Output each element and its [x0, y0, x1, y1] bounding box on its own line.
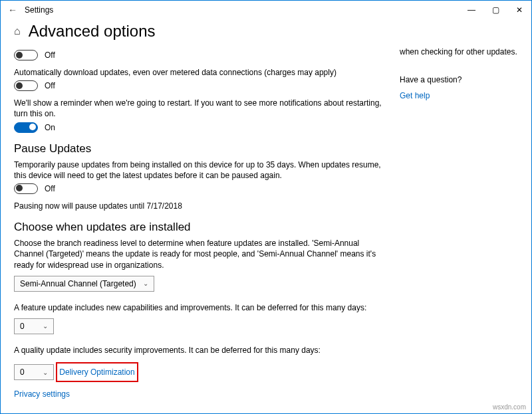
pause-heading: Pause Updates: [14, 142, 386, 155]
close-button[interactable]: ✕: [507, 1, 531, 19]
chevron-down-icon: ⌄: [136, 280, 148, 287]
toggle-switch[interactable]: [14, 183, 38, 194]
page-title: Advanced options: [29, 22, 156, 41]
toggle-label: Off: [45, 184, 55, 193]
window-controls: — ▢ ✕: [460, 1, 531, 19]
toggle-label: Off: [45, 81, 55, 90]
minimize-button[interactable]: —: [460, 1, 483, 19]
maximize-button[interactable]: ▢: [483, 1, 507, 19]
toggle-label: On: [45, 123, 55, 132]
app-title: Settings: [25, 5, 53, 15]
main-panel: Off Automatically download updates, even…: [14, 47, 400, 401]
feature-days-select[interactable]: 0 ⌄: [14, 318, 54, 334]
quality-days-select[interactable]: 0 ⌄: [14, 364, 54, 380]
feature-desc: A feature update includes new capabiliti…: [14, 302, 386, 313]
get-help-link[interactable]: Get help: [400, 91, 430, 100]
choose-heading: Choose when updates are installed: [14, 221, 386, 234]
watermark: wsxdn.com: [493, 403, 526, 411]
toggle-label: Off: [45, 51, 55, 60]
quality-days-value: 0: [20, 367, 25, 377]
side-panel: when checking for other updates. Have a …: [400, 47, 518, 401]
page-header: ⌂ Advanced options: [1, 19, 531, 47]
titlebar: ← Settings — ▢ ✕: [1, 1, 531, 19]
metered-desc: Automatically download updates, even ove…: [14, 67, 386, 78]
delivery-optimization-link[interactable]: Delivery Optimization: [59, 367, 134, 377]
back-button[interactable]: ←: [6, 5, 19, 15]
chevron-down-icon: ⌄: [36, 369, 48, 376]
feature-days-value: 0: [20, 322, 25, 331]
side-top-note: when checking for other updates.: [400, 47, 518, 56]
pause-note: Pausing now will pause updates until 7/1…: [14, 201, 386, 211]
quality-desc: A quality update includes security impro…: [14, 345, 386, 356]
toggle-metered: Off: [14, 80, 386, 91]
reminder-desc: We'll show a reminder when we're going t…: [14, 98, 386, 119]
branch-value: Semi-Annual Channel (Targeted): [20, 279, 136, 288]
chevron-down-icon: ⌄: [36, 322, 48, 330]
toggle-reminder: On: [14, 122, 386, 133]
pause-desc: Temporarily pause updates from being ins…: [14, 159, 386, 181]
toggle-switch[interactable]: [14, 50, 38, 60]
home-icon[interactable]: ⌂: [14, 25, 21, 37]
toggle-switch[interactable]: [14, 80, 38, 91]
toggle-unknown-top: Off: [14, 50, 386, 60]
highlight-box: Delivery Optimization: [56, 362, 138, 382]
privacy-settings-link[interactable]: Privacy settings: [14, 389, 70, 399]
choose-desc: Choose the branch readiness level to det…: [14, 238, 386, 270]
toggle-switch[interactable]: [14, 122, 38, 133]
branch-select[interactable]: Semi-Annual Channel (Targeted) ⌄: [14, 276, 154, 292]
help-question: Have a question?: [400, 75, 518, 84]
toggle-pause: Off: [14, 183, 386, 194]
